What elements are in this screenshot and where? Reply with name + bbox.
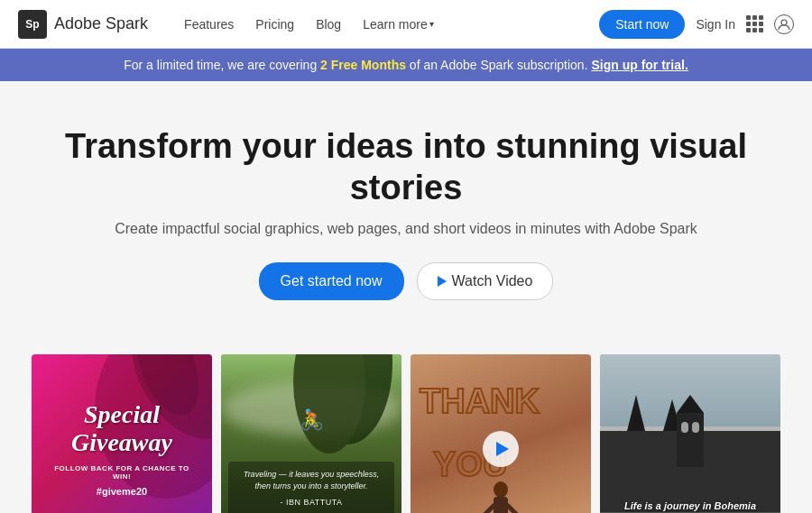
get-started-button[interactable]: Get started now <box>259 262 404 300</box>
announcement-text: SpecialGiveaway FOLLOW BACK FOR A CHANCE… <box>45 401 198 497</box>
play-button-overlay[interactable] <box>483 431 519 467</box>
pitch-card[interactable]: THANK YOU <box>411 354 591 513</box>
photo-caption: Life is a journey in Bohemia 2018/2/19——… <box>600 500 780 513</box>
svg-rect-18 <box>681 422 688 433</box>
watch-video-button[interactable]: Watch Video <box>417 262 554 300</box>
nav-learn-more[interactable]: Learn more ▾ <box>363 17 434 32</box>
announcement-card-container: SpecialGiveaway FOLLOW BACK FOR A CHANCE… <box>32 354 212 513</box>
cards-section: SpecialGiveaway FOLLOW BACK FOR A CHANCE… <box>0 354 812 513</box>
sign-up-trial-link[interactable]: Sign up for trial. <box>591 58 687 72</box>
brand-logo-icon: Sp <box>18 10 47 39</box>
svg-rect-19 <box>692 422 699 433</box>
photo-story-card-container: Life is a journey in Bohemia 2018/2/19——… <box>600 354 780 513</box>
svg-point-7 <box>494 481 508 498</box>
svg-line-9 <box>483 506 494 513</box>
child-silhouette <box>478 481 523 513</box>
chevron-down-icon: ▾ <box>429 19 434 29</box>
forest-background: 🚴 Traveling — it leaves you speechless, … <box>221 354 401 513</box>
play-icon-big <box>496 442 509 456</box>
announcement-card[interactable]: SpecialGiveaway FOLLOW BACK FOR A CHANCE… <box>32 354 212 513</box>
svg-text:THANK: THANK <box>420 382 540 420</box>
sign-in-link[interactable]: Sign In <box>696 17 735 32</box>
logo-area[interactable]: Sp Adobe Spark <box>18 10 148 39</box>
cyclist-icon: 🚴 <box>300 408 324 432</box>
svg-line-10 <box>508 506 519 513</box>
photo-story-card[interactable]: Life is a journey in Bohemia 2018/2/19——… <box>600 354 780 513</box>
apps-grid-icon[interactable] <box>746 15 763 32</box>
hero-subtitle: Create impactful social graphics, web pa… <box>36 221 776 237</box>
brand-name: Adobe Spark <box>54 14 148 33</box>
nav-features[interactable]: Features <box>184 17 234 32</box>
nav-right: Start now Sign In <box>599 10 794 39</box>
quote-author: - IBN BATTUTA <box>235 497 387 508</box>
promo-highlight: 2 Free Months <box>320 58 406 72</box>
giveaway-title: SpecialGiveaway <box>45 401 198 457</box>
promo-banner: For a limited time, we are covering 2 Fr… <box>0 49 812 81</box>
nav-pricing[interactable]: Pricing <box>255 17 294 32</box>
svg-rect-16 <box>677 413 704 467</box>
quote-text: Traveling — it leaves you speechless, th… <box>228 462 394 513</box>
quote-card-container: 🚴 Traveling — it leaves you speechless, … <box>221 354 401 513</box>
pitch-card-container: THANK YOU Pitch <box>411 354 591 513</box>
giveaway-hashtag: #giveme20 <box>45 486 198 497</box>
nav-blog[interactable]: Blog <box>316 17 341 32</box>
start-now-button[interactable]: Start now <box>599 10 685 39</box>
nav-links: Features Pricing Blog Learn more ▾ <box>184 17 599 32</box>
hero-title: Transform your ideas into stunning visua… <box>36 126 776 208</box>
svg-point-0 <box>781 20 787 25</box>
svg-marker-17 <box>677 395 704 413</box>
giveaway-sub: FOLLOW BACK FOR A CHANCE TO WIN! <box>45 464 198 481</box>
hero-section: Transform your ideas into stunning visua… <box>0 81 812 354</box>
hero-buttons: Get started now Watch Video <box>36 262 776 300</box>
svg-rect-8 <box>494 497 508 513</box>
svg-marker-14 <box>627 395 645 431</box>
account-icon[interactable] <box>774 14 794 34</box>
church-silhouette <box>600 395 780 512</box>
navbar: Sp Adobe Spark Features Pricing Blog Lea… <box>0 0 812 49</box>
play-icon <box>438 276 447 287</box>
quote-card[interactable]: 🚴 Traveling — it leaves you speechless, … <box>221 354 401 513</box>
